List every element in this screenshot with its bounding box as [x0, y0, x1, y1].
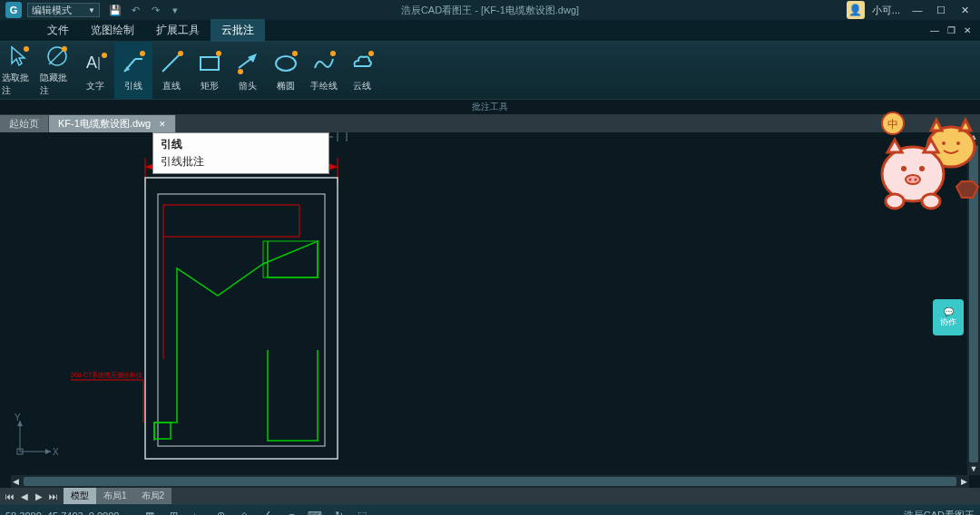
mode-select[interactable]: 编辑模式 ▼ [27, 3, 100, 17]
svg-point-15 [216, 51, 221, 56]
svg-point-59 [922, 194, 940, 209]
leader-label: 268-CT系统电压侧分析仪 [71, 372, 142, 379]
brand-label: 浩辰CAD看图王 [904, 509, 975, 515]
tab-start-page[interactable]: 起始页 [0, 115, 49, 132]
snap-toggle-icon[interactable]: ⊞ [166, 509, 181, 516]
ribbon-cloud-button[interactable]: 云线 [343, 42, 381, 99]
otrack-toggle-icon[interactable]: ∠ [260, 509, 275, 516]
tooltip-title: 引线 [161, 137, 321, 152]
menu-file[interactable]: 文件 [36, 19, 80, 42]
qat-dropdown-icon[interactable]: ▾ [169, 4, 181, 16]
svg-point-50 [942, 141, 946, 145]
layout-first-icon[interactable]: ⏮ [4, 491, 16, 501]
ribbon-line-button[interactable]: 直线 [152, 42, 191, 99]
svg-rect-38 [154, 423, 171, 439]
redo-icon[interactable]: ↷ [149, 4, 162, 16]
document-tabs: 起始页 KF-1电缆敷设图.dwg ✕ [0, 114, 980, 132]
scroll-left-icon[interactable]: ◀ [11, 477, 22, 486]
scroll-right-icon[interactable]: ▶ [958, 477, 969, 486]
ribbon-arrow-button[interactable]: 箭头 [229, 42, 267, 99]
scroll-down-icon[interactable]: ▼ [970, 464, 978, 475]
ribbon-rect-button[interactable]: 矩形 [191, 42, 229, 99]
svg-point-1 [24, 46, 29, 52]
layout-tab-1[interactable]: 布局1 [96, 488, 134, 504]
hscroll-thumb[interactable] [24, 477, 956, 486]
quick-access-toolbar: 💾 ↶ ↷ ▾ [109, 4, 181, 16]
cycle-toggle-icon[interactable]: ↻ [331, 509, 346, 516]
svg-point-13 [178, 51, 183, 56]
svg-text:中: 中 [887, 118, 898, 131]
selection-toggle-icon[interactable]: ⬚ [355, 509, 369, 516]
ribbon-leader-button[interactable]: 引线 [114, 42, 152, 99]
ribbon-cursor-button[interactable]: 选取批注 [0, 42, 38, 99]
drawing-canvas[interactable]: 引线 引线批注 19.0773 268-CT系统电压侧分析仪 [0, 132, 980, 488]
close-icon[interactable]: ✕ [159, 120, 166, 129]
doc-minimize-button[interactable]: — [927, 24, 942, 37]
lineweight-toggle-icon[interactable]: ≡ [284, 509, 299, 516]
svg-rect-39 [263, 241, 318, 277]
maximize-button[interactable]: ☐ [931, 3, 951, 17]
user-avatar[interactable]: 👤 [847, 1, 865, 19]
polar-toggle-icon[interactable]: ⊕ [213, 509, 228, 516]
menu-view-draw[interactable]: 览图绘制 [80, 19, 145, 42]
arrow-icon [233, 48, 262, 77]
svg-point-55 [906, 175, 920, 184]
svg-point-11 [140, 51, 145, 56]
svg-point-19 [276, 56, 296, 71]
svg-marker-47 [45, 449, 51, 454]
layout-tab-2[interactable]: 布局2 [134, 488, 172, 504]
svg-point-54 [919, 166, 925, 171]
osnap-toggle-icon[interactable]: ◇ [237, 509, 251, 516]
menu-extend-tools[interactable]: 扩展工具 [145, 19, 211, 42]
undo-icon[interactable]: ↶ [129, 4, 142, 16]
mascot[interactable]: 中 [871, 111, 980, 222]
ribbon: 选取批注隐藏批注A文字引线直线矩形箭头椭圆手绘线云线 批注工具 [0, 42, 980, 114]
tab-current-drawing[interactable]: KF-1电缆敷设图.dwg ✕ [49, 115, 176, 132]
cloud-icon [348, 48, 377, 77]
minimize-button[interactable]: — [907, 3, 927, 17]
doc-close-button[interactable]: ✕ [960, 24, 975, 37]
layout-next-icon[interactable]: ▶ [33, 491, 45, 501]
leader-icon [119, 48, 148, 77]
ribbon-hide-button[interactable]: 隐藏批注 [38, 42, 76, 99]
layout-prev-icon[interactable]: ◀ [18, 491, 31, 501]
save-icon[interactable]: 💾 [109, 4, 122, 16]
ribbon-ellipse-button[interactable]: 椭圆 [267, 42, 305, 99]
menu-cloud-annotate[interactable]: 云批注 [211, 19, 265, 42]
ucs-icon: Y X [13, 413, 58, 461]
ortho-toggle-icon[interactable]: ∟ [190, 509, 204, 516]
ellipse-icon [271, 48, 300, 77]
layout-tabs: ⏮ ◀ ▶ ⏭ 模型 布局1 布局2 [0, 488, 980, 504]
svg-point-56 [909, 179, 912, 181]
grid-toggle-icon[interactable]: ▦ [142, 509, 157, 516]
ribbon-freehand-button[interactable]: 手绘线 [305, 42, 343, 99]
svg-point-22 [368, 51, 374, 56]
svg-marker-0 [12, 47, 24, 65]
doc-restore-button[interactable]: ❐ [944, 24, 958, 37]
coordinates: 58.3080, 45.7493, 0.0000 [5, 510, 119, 516]
svg-point-7 [102, 53, 107, 58]
svg-point-53 [901, 166, 906, 171]
dyn-toggle-icon[interactable]: ⌨ [308, 509, 322, 516]
svg-line-12 [162, 53, 181, 72]
layout-tab-model[interactable]: 模型 [64, 488, 96, 504]
svg-point-4 [62, 46, 67, 52]
hide-icon [43, 44, 72, 69]
collab-button[interactable]: 💬 协作 [933, 299, 964, 335]
line-icon [157, 48, 186, 77]
svg-point-21 [330, 51, 336, 56]
app-logo: G [5, 2, 22, 18]
layout-last-icon[interactable]: ⏭ [47, 491, 60, 501]
freehand-icon [309, 48, 338, 77]
title-bar: G 编辑模式 ▼ 💾 ↶ ↷ ▾ 浩辰CAD看图王 - [KF-1电缆敷设图.d… [0, 0, 980, 20]
ribbon-text-button[interactable]: A文字 [76, 42, 114, 99]
close-button[interactable]: ✕ [955, 3, 975, 17]
drawing-svg: 19.0773 268-CT系统电压侧分析仪 [0, 132, 962, 475]
cursor-icon [5, 44, 34, 69]
ribbon-group-label: 批注工具 [0, 100, 980, 114]
svg-point-57 [915, 179, 917, 181]
tooltip-text: 引线批注 [161, 154, 321, 170]
horizontal-scrollbar[interactable]: ◀ ▶ [11, 475, 969, 488]
svg-text:X: X [53, 447, 58, 457]
window-title: 浩辰CAD看图王 - [KF-1电缆敷设图.dwg] [401, 4, 579, 17]
